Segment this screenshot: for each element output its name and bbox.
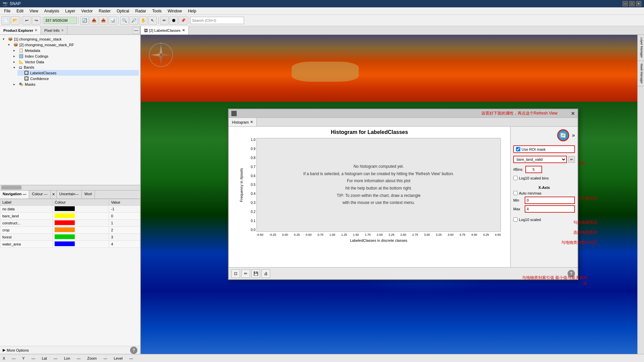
- log10-bins-checkbox[interactable]: [513, 176, 518, 180]
- menu-view[interactable]: View: [27, 8, 41, 14]
- min-input[interactable]: [525, 197, 575, 204]
- main-layout: Product Explorer ✕ Pixel Info ✕ — ▾ 📦 [1…: [0, 26, 644, 354]
- tree-item-metadata[interactable]: ▸ 📋 Metadata: [12, 48, 139, 53]
- menu-edit[interactable]: Edit: [14, 8, 26, 14]
- layer-manager-tab[interactable]: Layer Manager: [638, 35, 644, 61]
- minimize-button[interactable]: —: [623, 1, 628, 6]
- edit-button[interactable]: ✏: [241, 269, 250, 278]
- separator3: [78, 16, 79, 24]
- import-button[interactable]: 📥: [90, 16, 98, 25]
- roi-edit-button[interactable]: ✏: [568, 156, 575, 163]
- view-tab-close[interactable]: ✕: [182, 28, 185, 32]
- more-options-button[interactable]: ▶ More Options ?: [0, 346, 140, 354]
- mask-manager-tab[interactable]: Mask Manager: [638, 61, 644, 87]
- view-tab-labeled[interactable]: 🖼 [2] LabeledClasses ✕: [141, 26, 189, 34]
- hist-tab-histogram[interactable]: Histogram ✕: [229, 118, 257, 126]
- draw-button[interactable]: ✏: [160, 16, 169, 25]
- tab-navigation[interactable]: Navigation ---: [0, 191, 29, 199]
- menu-file[interactable]: File: [1, 8, 13, 14]
- minimize-panel-button[interactable]: —: [133, 27, 139, 34]
- menu-vector[interactable]: Vector: [79, 8, 96, 14]
- refresh-button[interactable]: 🔄: [80, 16, 89, 25]
- color-swatch: [55, 234, 75, 239]
- separator5: [158, 16, 159, 24]
- bottom-toolbar-icons: ⊡ ✏ 💾 🖨: [231, 269, 270, 278]
- log10-scaled-row: Log10 scaled: [513, 217, 575, 222]
- print-button[interactable]: 🖨: [261, 269, 270, 278]
- close-button[interactable]: ✕: [636, 1, 641, 6]
- tab-worl[interactable]: Worl: [82, 191, 95, 199]
- undo-button[interactable]: ↩: [22, 16, 31, 25]
- y-axis-label: Frequency in #pixels: [239, 168, 243, 202]
- help-button[interactable]: ?: [130, 347, 137, 354]
- tab-uncertain[interactable]: Uncertain---: [57, 191, 82, 199]
- h-scrollbar-thumb[interactable]: [1, 186, 21, 190]
- chart-button[interactable]: 📊: [108, 16, 117, 25]
- zoom-out-button[interactable]: 🔎: [129, 16, 138, 25]
- menu-raster[interactable]: Raster: [96, 8, 113, 14]
- expand-icon: ▸: [13, 54, 17, 58]
- zoom-label: Zoom: [87, 356, 97, 360]
- search-input[interactable]: [190, 17, 244, 24]
- dialog-close-button[interactable]: ✕: [571, 111, 575, 116]
- log10-scaled-checkbox[interactable]: [513, 217, 518, 222]
- tab-colour[interactable]: Colour ---: [29, 191, 50, 199]
- menu-window[interactable]: Window: [165, 8, 185, 14]
- label-bareland: bare_land: [0, 212, 53, 219]
- refresh-view-button[interactable]: 🔄: [557, 129, 569, 141]
- toolbar: 📄 📂 ↩ ↪ 🔄 📥 📤 📊 🔍 🔎 ✋ ↖ ✏ ⬟ 📌: [0, 15, 644, 26]
- colour-water: [53, 240, 109, 247]
- tree-item-bands[interactable]: ▾ 🗂 Bands: [12, 65, 139, 70]
- bins-input[interactable]: [525, 166, 542, 173]
- auto-minmax-label: Auto min/max: [519, 191, 541, 195]
- close-product-explorer[interactable]: ✕: [35, 28, 37, 32]
- polygon-button[interactable]: ⬟: [169, 16, 178, 25]
- save-button[interactable]: 💾: [251, 269, 260, 278]
- auto-minmax-checkbox[interactable]: [513, 191, 518, 195]
- menu-help[interactable]: Help: [185, 8, 199, 14]
- select-button[interactable]: ↖: [148, 16, 157, 25]
- max-input[interactable]: [525, 205, 575, 213]
- redo-button[interactable]: ↪: [32, 16, 41, 25]
- zoom-in-button[interactable]: 🔍: [120, 16, 129, 25]
- expand-right-button[interactable]: »: [572, 132, 575, 138]
- tree-item-stack2[interactable]: ▾ 📦 [2] chongming_mosaic_stack_RF: [7, 42, 139, 48]
- coord-input[interactable]: [44, 17, 77, 24]
- use-roi-mask-checkbox[interactable]: [516, 147, 520, 151]
- menu-analysis[interactable]: Analysis: [42, 8, 62, 14]
- new-button[interactable]: 📄: [1, 16, 10, 25]
- title-bar-left: 📷 SNAP: [3, 1, 21, 6]
- open-button[interactable]: 📂: [11, 16, 19, 25]
- tree-item-index-codings[interactable]: ▸ 🔢 Index Codings: [12, 53, 139, 59]
- tree-item-confidence[interactable]: 🔲 Confidence: [17, 76, 139, 81]
- expand-icon: ▸: [13, 49, 17, 52]
- export-button[interactable]: 📤: [99, 16, 108, 25]
- tree-item-labeled-classes[interactable]: 🔲 LabeledClasses: [17, 70, 139, 76]
- hist-tab-close[interactable]: ✕: [250, 120, 253, 124]
- maximize-button[interactable]: □: [629, 1, 635, 6]
- hist-bottom-toolbar: ⊡ ✏ 💾 🖨 ?: [229, 267, 578, 279]
- tree-item-vector-data[interactable]: ▸ 📐 Vector Data: [12, 59, 139, 65]
- tree-label: [2] chongming_mosaic_stack_RF: [19, 43, 74, 47]
- tab-pixel-info[interactable]: Pixel Info ✕: [41, 26, 67, 34]
- bands-icon: 🗂: [19, 65, 22, 69]
- menu-tools[interactable]: Tools: [150, 8, 164, 14]
- chart-plot: No histogram computed yet. If a band is …: [256, 138, 501, 232]
- menu-layer[interactable]: Layer: [63, 8, 78, 14]
- tab-uncertain-close[interactable]: ✕: [51, 191, 57, 199]
- h-scrollbar[interactable]: [0, 185, 140, 190]
- panel-tabs: Product Explorer ✕ Pixel Info ✕ —: [0, 26, 140, 35]
- menu-radar[interactable]: Radar: [132, 8, 149, 14]
- close-pixel-info[interactable]: ✕: [61, 28, 64, 32]
- pan-button[interactable]: ✋: [139, 16, 148, 25]
- product-explorer: ▾ 📦 [1] chongming_mosaic_stack ▾ 📦 [2] c…: [0, 35, 140, 185]
- roi-mask-select[interactable]: bare_land_valid: [513, 156, 567, 163]
- pin-button[interactable]: 📌: [179, 16, 187, 25]
- fit-button[interactable]: ⊡: [231, 269, 240, 278]
- tree-item-masks[interactable]: ▸ 🎭 Masks: [12, 81, 139, 87]
- hist-help-button[interactable]: ?: [568, 270, 575, 277]
- nav-row-water: water_area 4: [0, 240, 140, 247]
- tree-item-stack1[interactable]: ▾ 📦 [1] chongming_mosaic_stack: [1, 36, 139, 42]
- menu-optical[interactable]: Optical: [114, 8, 132, 14]
- tab-product-explorer[interactable]: Product Explorer ✕: [0, 26, 41, 34]
